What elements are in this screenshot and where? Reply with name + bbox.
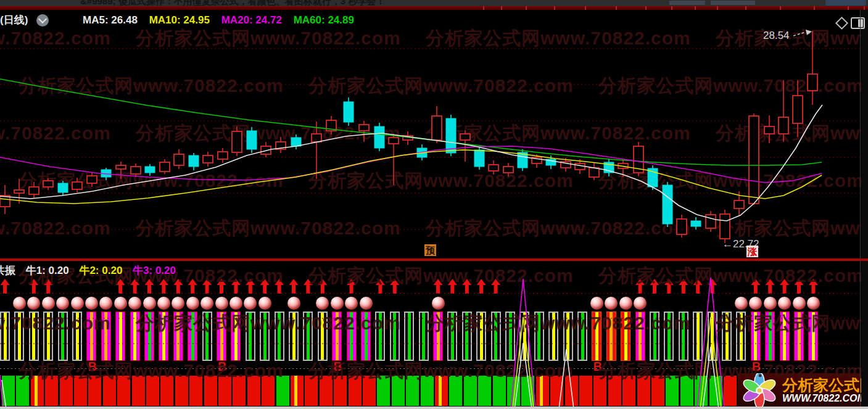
background-tick (616, 6, 617, 10)
background-tick (717, 6, 718, 10)
candle-up[interactable] (734, 200, 744, 209)
candle-down[interactable] (145, 167, 155, 173)
bull3-value: 牛3: 0.20 (133, 265, 176, 276)
candle-down[interactable] (446, 118, 456, 153)
candle-down[interactable] (247, 131, 257, 149)
split-view-icon[interactable] (851, 17, 865, 29)
ma60-value: MA60: 24.89 (294, 14, 354, 26)
rise-tag: 涨 (746, 246, 758, 257)
ma20-value: MA20: 24.72 (221, 14, 282, 26)
ma5-line (0, 105, 822, 221)
candle-down[interactable] (58, 183, 68, 192)
market-stat-blur (669, 1, 705, 5)
indicator-spike-line (513, 317, 534, 409)
background-tick (745, 6, 746, 10)
high-annotation-arrowhead (806, 30, 812, 35)
indicator-spike-line (703, 347, 719, 409)
candle-up[interactable] (116, 165, 126, 169)
candle-up[interactable] (706, 215, 716, 228)
chart-header: (日线) MA5: 26.48 MA10: 24.95 MA20: 24.72 … (0, 13, 363, 28)
indicator-header: 共振 牛1: 0.20 牛2: 0.20 牛3: 0.20 (0, 263, 183, 277)
background-tick (848, 6, 849, 10)
candle-up[interactable] (749, 116, 759, 204)
stock-app-window: 分析家公式网www.70822.com分析家公式网www.70822.com分析… (0, 0, 868, 409)
high-annotation-arrow (793, 32, 806, 36)
indicator-spike-line (559, 349, 574, 409)
background-tick (585, 6, 586, 10)
candle-up[interactable] (160, 162, 170, 171)
candle-up[interactable] (29, 187, 39, 194)
candle-up[interactable] (203, 155, 213, 163)
background-tick (780, 6, 781, 10)
candle-up[interactable] (218, 152, 228, 159)
candle-up[interactable] (43, 181, 53, 187)
candle-down[interactable] (474, 150, 484, 167)
candle-up[interactable] (677, 219, 687, 234)
candle-up[interactable] (808, 74, 817, 91)
background-tick (695, 6, 696, 10)
window-divider-band (0, 6, 868, 10)
candle-up[interactable] (793, 96, 803, 123)
indicator-spike-line (697, 278, 724, 409)
top-right-button[interactable] (825, 0, 866, 6)
right-edge-area (861, 10, 868, 409)
background-tick (864, 6, 865, 10)
candle-up[interactable] (589, 168, 599, 177)
candle-up[interactable] (764, 126, 774, 134)
period-label[interactable]: (日线) (0, 14, 28, 26)
background-tick (554, 6, 555, 10)
ma10-line (0, 150, 822, 204)
ma5-value: MA5: 26.48 (83, 14, 138, 26)
chevron-down-icon[interactable] (36, 14, 49, 27)
candle-up[interactable] (720, 214, 730, 239)
indicator-spike-line (515, 343, 532, 409)
bottom-frame-line (0, 407, 868, 409)
ma10-value: MA10: 24.95 (149, 14, 210, 26)
bull2-value: 牛2: 0.20 (79, 265, 122, 276)
candle-up[interactable] (72, 182, 82, 189)
background-tick (814, 6, 815, 10)
market-stat-blur (711, 1, 755, 5)
candle-up[interactable] (489, 165, 498, 171)
candle-up[interactable] (87, 176, 97, 183)
candle-up[interactable] (14, 190, 24, 193)
candle-down[interactable] (344, 102, 353, 122)
forecast-tag: 预 (424, 244, 436, 256)
indicator-spike-line (700, 317, 721, 409)
background-tick (671, 6, 672, 10)
candle-down[interactable] (374, 126, 384, 148)
candle-down[interactable] (691, 221, 701, 226)
candle-up[interactable] (460, 134, 470, 140)
candle-up[interactable] (174, 154, 184, 165)
candle-up[interactable] (779, 117, 788, 134)
candle-down[interactable] (291, 138, 301, 146)
panel-separator (0, 258, 868, 261)
promo-text: &#9989; 傻瓜式操作：不用懂复杂公式，看颜色、看图标就行，3 秒学会！ (80, 0, 385, 6)
candle-up[interactable] (232, 131, 242, 152)
right-frame-line (860, 10, 861, 409)
background-tick (526, 6, 527, 10)
bull1-value: 牛1: 0.20 (26, 265, 69, 276)
background-tick (501, 6, 502, 10)
candle-up[interactable] (131, 167, 141, 174)
background-tick (645, 6, 647, 10)
ma60-line (0, 79, 822, 165)
price-chart-layer (0, 0, 868, 409)
candle-up[interactable] (503, 167, 513, 173)
indicator-name[interactable]: 共振 (0, 265, 15, 276)
high-price-annotation: 28.54 (763, 30, 790, 42)
background-tick (483, 6, 484, 10)
candle-up[interactable] (312, 134, 321, 142)
candle-up[interactable] (432, 116, 442, 140)
candle-down[interactable] (189, 155, 199, 167)
candle-down[interactable] (663, 185, 672, 224)
candle-up[interactable] (359, 125, 369, 131)
candle-up[interactable] (389, 138, 399, 144)
